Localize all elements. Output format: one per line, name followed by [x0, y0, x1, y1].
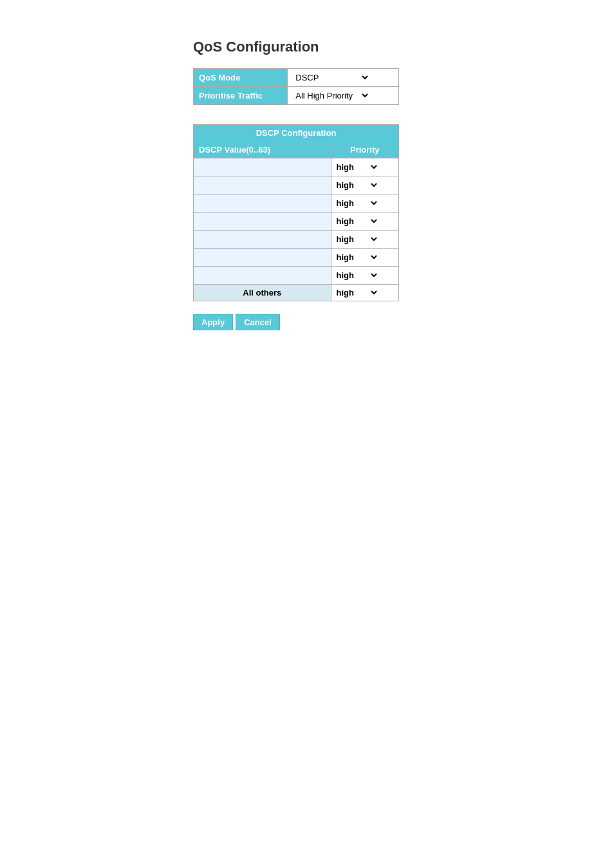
priority-select-1[interactable]: highmediumlownormal — [334, 180, 379, 191]
dscp-col-header-value: DSCP Value(0..63) — [194, 142, 331, 158]
priority-select-4[interactable]: highmediumlownormal — [334, 234, 379, 245]
priority-cell-4: highmediumlownormal — [331, 231, 398, 249]
qos-mode-label: QoS Mode — [194, 69, 288, 87]
prioritise-traffic-value-cell: All High Priority Custom — [288, 87, 399, 105]
dscp-col-header-priority: Priority — [331, 142, 398, 158]
priority-select-3[interactable]: highmediumlownormal — [334, 216, 379, 227]
priority-cell-0: highmediumlownormal — [331, 158, 398, 176]
priority-cell-1: highmediumlownormal — [331, 176, 398, 194]
table-row: highmediumlownormal — [194, 231, 399, 249]
table-row: highmediumlownormal — [194, 194, 399, 212]
table-row: highmediumlownormal — [194, 158, 399, 176]
dscp-value-cell-1 — [194, 176, 331, 194]
table-row: highmediumlownormal — [194, 267, 399, 285]
priority-cell-6: highmediumlownormal — [331, 267, 398, 285]
dscp-value-cell-4 — [194, 231, 331, 249]
apply-button[interactable]: Apply — [193, 314, 233, 330]
prioritise-traffic-select[interactable]: All High Priority Custom — [293, 90, 370, 101]
priority-select-0[interactable]: highmediumlownormal — [334, 162, 379, 173]
priority-select-2[interactable]: highmediumlownormal — [334, 198, 379, 209]
all-others-priority-cell: high medium low normal — [331, 285, 398, 301]
qos-mode-table: QoS Mode DSCP Port Based 802.1p Prioriti… — [193, 68, 399, 105]
priority-cell-5: highmediumlownormal — [331, 249, 398, 267]
dscp-value-cell-5 — [194, 249, 331, 267]
all-others-priority-select[interactable]: high medium low normal — [334, 287, 379, 298]
dscp-value-cell-3 — [194, 212, 331, 231]
dscp-config-section: DSCP Configuration DSCP Value(0..63) Pri… — [193, 124, 614, 301]
qos-mode-value-cell: DSCP Port Based 802.1p — [288, 69, 399, 87]
priority-select-5[interactable]: highmediumlownormal — [334, 252, 379, 263]
priority-cell-3: highmediumlownormal — [331, 212, 398, 231]
page-title: QoS Configuration — [193, 39, 614, 55]
table-row: highmediumlownormal — [194, 212, 399, 231]
qos-mode-select[interactable]: DSCP Port Based 802.1p — [293, 72, 370, 83]
table-row: highmediumlownormal — [194, 176, 399, 194]
priority-select-6[interactable]: highmediumlownormal — [334, 270, 379, 281]
dscp-value-cell-0 — [194, 158, 331, 176]
table-row: highmediumlownormal — [194, 249, 399, 267]
all-others-label: All others — [194, 285, 331, 301]
dscp-value-cell-2 — [194, 194, 331, 212]
prioritise-traffic-label: Prioritise Traffic — [194, 87, 288, 105]
cancel-button[interactable]: Cancel — [236, 314, 280, 330]
buttons-row: Apply Cancel — [193, 314, 614, 330]
dscp-value-cell-6 — [194, 267, 331, 285]
priority-cell-2: highmediumlownormal — [331, 194, 398, 212]
dscp-section-header: DSCP Configuration — [194, 125, 399, 142]
dscp-table: DSCP Configuration DSCP Value(0..63) Pri… — [193, 124, 399, 301]
